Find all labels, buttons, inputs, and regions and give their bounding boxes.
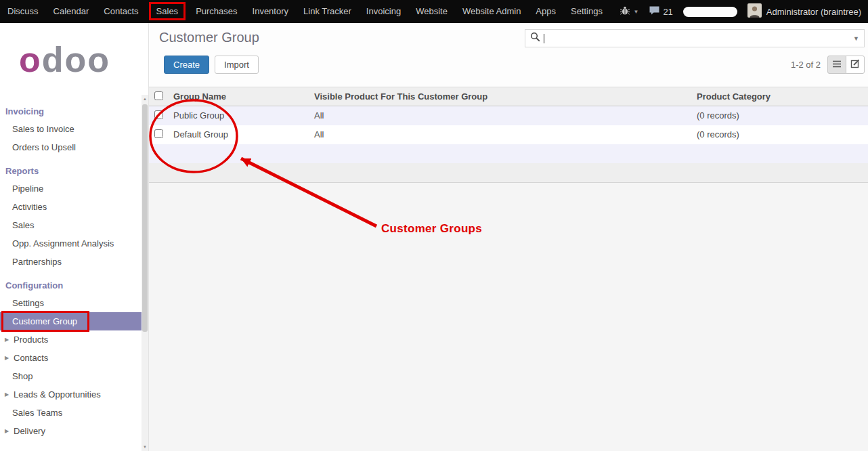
odoo-backend-screen: Discuss Calendar Contacts Sales Purchase… [0,0,868,451]
expand-arrow-icon: ▶ [5,330,9,349]
chat-bubble-icon [649,5,660,18]
table-row-default-group[interactable]: Default Group All (0 records) [149,125,868,144]
bug-icon [620,6,630,18]
white-pill-indicator[interactable] [683,7,737,17]
cell-product-category[interactable]: (0 records) [694,125,868,144]
sidebar-item-sales-to-invoice[interactable]: Sales to Invoice [0,120,142,138]
sidebar-item-sales-teams[interactable]: Sales Teams [0,404,142,422]
menu-website[interactable]: Website [408,0,455,23]
sidebar-section-invoicing[interactable]: Invoicing [0,103,148,120]
top-menubar: Discuss Calendar Contacts Sales Purchase… [0,0,868,23]
sidebar-item-pipeline[interactable]: Pipeline [0,179,142,198]
user-menu[interactable]: Administrator (braintree) [747,3,861,20]
menu-sales[interactable]: Sales [146,0,189,23]
page-title: Customer Group [159,30,259,45]
content-background [149,182,868,451]
cell-visible-product[interactable]: All [311,106,694,125]
avatar [747,3,762,20]
sidebar-item-customer-group[interactable]: Customer Group [0,312,142,330]
search-box[interactable]: ▼ [525,29,865,47]
annotation-box-sales: Sales [149,2,186,20]
empty-row [149,163,868,182]
column-header-visible-product[interactable]: Visible Product For This Customer Group [311,87,694,106]
table-header-row: Group Name Visible Product For This Cust… [149,87,868,106]
pager-counter: 1-2 of 2 [791,60,821,70]
search-icon [530,32,540,45]
sidebar-item-delivery[interactable]: ▶ Delivery [0,422,142,440]
menu-invoicing[interactable]: Invoicing [359,0,408,23]
sidebar-item-settings[interactable]: Settings [0,294,142,312]
menu-website-admin[interactable]: Website Admin [455,0,528,23]
sidebar-item-products[interactable]: ▶ Products [0,330,142,349]
sidebar-item-leads-opportunities-label: Leads & Opportunities [14,389,101,400]
menu-contacts[interactable]: Contacts [96,0,146,23]
menu-link-tracker[interactable]: Link Tracker [296,0,359,23]
sidebar-item-contacts-label: Contacts [14,353,48,363]
cell-product-category[interactable]: (0 records) [694,106,868,125]
sidebar-item-contacts[interactable]: ▶ Contacts [0,349,142,367]
sidebar-item-activities[interactable]: Activities [0,198,142,216]
scroll-up-icon[interactable]: ▲ [142,95,148,103]
sidebar-section-configuration[interactable]: Configuration [0,277,148,294]
table-row-public-group[interactable]: Public Group All (0 records) [149,106,868,125]
sidebar-item-leads-opportunities[interactable]: ▶ Leads & Opportunities [0,385,142,404]
menu-apps[interactable]: Apps [528,0,563,23]
sidebar-scrollbar[interactable]: ▲ ▼ [142,95,148,451]
sidebar-scrollbar-thumb[interactable] [142,104,148,332]
search-input[interactable] [544,30,849,47]
main-content: Customer Group ▼ Create Import 1-2 of 2 [149,23,868,451]
sidebar-item-delivery-label: Delivery [14,426,45,436]
messages-count-badge: 21 [663,7,672,17]
sidebar-item-orders-to-upsell[interactable]: Orders to Upsell [0,138,142,156]
sidebar-item-partnerships[interactable]: Partnerships [0,253,142,271]
expand-arrow-icon: ▶ [5,385,9,404]
messages-menu[interactable]: 21 [649,5,672,18]
cell-group-name[interactable]: Default Group [171,125,311,144]
empty-row [149,144,868,163]
sidebar-item-opp-assignment-analysis[interactable]: Opp. Assignment Analysis [0,234,142,253]
select-all-checkbox[interactable] [154,91,163,100]
menu-settings[interactable]: Settings [563,0,610,23]
row-checkbox[interactable] [154,129,163,138]
cell-group-name[interactable]: Public Group [171,106,311,125]
list-icon [832,60,842,70]
odoo-logo: odoo [0,23,148,103]
view-switcher [827,56,865,74]
sidebar-item-products-label: Products [14,335,48,345]
import-button[interactable]: Import [215,56,259,74]
user-name: Administrator (braintree) [766,7,861,17]
create-button[interactable]: Create [164,56,209,74]
edit-icon [850,59,860,70]
sidebar-item-sales[interactable]: Sales [0,216,142,234]
sidebar-item-shop[interactable]: Shop [0,367,142,385]
customer-group-table: Group Name Visible Product For This Cust… [149,87,868,182]
menu-inventory[interactable]: Inventory [245,0,296,23]
expand-arrow-icon: ▶ [5,422,9,440]
cell-visible-product[interactable]: All [311,125,694,144]
debug-menu[interactable]: ▼ [620,6,638,18]
button-row: Create Import 1-2 of 2 [149,56,868,74]
scroll-down-icon[interactable]: ▼ [142,443,148,451]
caret-down-icon: ▼ [633,9,638,15]
menu-discuss[interactable]: Discuss [0,0,46,23]
control-panel: Customer Group ▼ Create Import 1-2 of 2 [149,23,868,87]
column-header-group-name[interactable]: Group Name [171,87,311,106]
column-header-product-category[interactable]: Product Category [694,87,868,106]
pager-area: 1-2 of 2 [791,56,865,74]
list-view-button[interactable] [827,56,846,74]
logo-letter-accent: o [19,40,42,79]
sidebar-section-reports[interactable]: Reports [0,163,148,179]
row-checkbox[interactable] [154,110,163,119]
expand-arrow-icon: ▶ [5,349,9,367]
search-dropdown-caret-icon[interactable]: ▼ [849,35,859,42]
sidebar-item-customer-group-label: Customer Group [12,316,77,326]
form-view-button[interactable] [846,56,865,74]
logo-letters-rest: doo [42,40,110,79]
topbar-right-tools: ▼ 21 Administrator (braintree) [620,3,868,20]
menu-purchases[interactable]: Purchases [188,0,244,23]
app-sidebar: odoo Invoicing Sales to Invoice Orders t… [0,23,149,451]
menu-calendar[interactable]: Calendar [46,0,97,23]
sidebar-menu: Invoicing Sales to Invoice Orders to Ups… [0,103,148,440]
menu-sales-label: Sales [156,6,179,16]
